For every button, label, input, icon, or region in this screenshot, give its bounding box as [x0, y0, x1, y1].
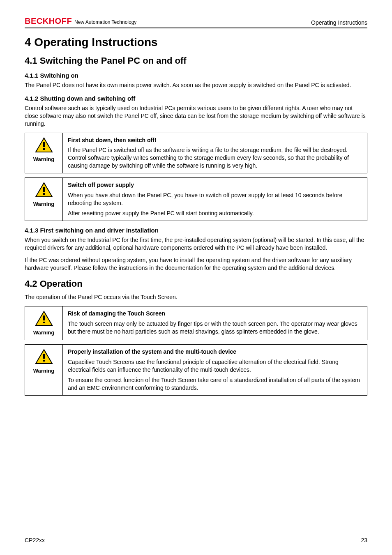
warning-left-cell: Warning [25, 133, 63, 173]
section-412-title: 4.1.2 Shutting down and switching off [25, 95, 367, 102]
warning-box-multitouch: Warning Properly installation of the sys… [25, 344, 367, 395]
footer-left: CP22xx [25, 537, 45, 543]
section-41-title: 4.1 Switching the Panel PC on and off [25, 55, 367, 66]
warning-body-1: When you have shut down the Panel PC, yo… [68, 191, 362, 207]
warning-triangle-icon [35, 349, 53, 364]
page-footer: CP22xx 23 [25, 537, 367, 543]
svg-rect-5 [43, 193, 45, 195]
svg-rect-4 [43, 187, 45, 192]
warning-body: The touch screen may only be actuated by… [68, 320, 362, 336]
chapter-title: 4 Operating Instructions [25, 36, 367, 49]
page-header: BECKHOFF New Automation Technology Opera… [25, 16, 367, 28]
warning-content: Properly installation of the system and … [63, 345, 367, 395]
warning-box-shutdown: Warning First shut down, then switch off… [25, 133, 367, 174]
warning-left-cell: Warning [25, 306, 63, 340]
warning-label: Warning [27, 201, 61, 207]
svg-rect-10 [43, 354, 45, 359]
svg-rect-7 [43, 315, 45, 320]
warning-left-cell: Warning [25, 178, 63, 221]
warning-title: First shut down, then switch off! [68, 136, 362, 144]
section-42-intro: The operation of the Panel PC occurs via… [25, 293, 367, 301]
section-42-title: 4.2 Operation [25, 279, 367, 289]
warning-title: Properly installation of the system and … [68, 348, 362, 356]
warning-left-cell: Warning [25, 345, 63, 395]
svg-rect-11 [43, 360, 45, 362]
warning-content: Switch off power supply When you have sh… [63, 178, 367, 221]
section-413-title: 4.1.3 First switching on and driver inst… [25, 227, 367, 234]
warning-content: Risk of damaging the Touch Screen The to… [63, 306, 367, 340]
warning-triangle-icon [35, 311, 53, 326]
warning-content: First shut down, then switch off! If the… [63, 133, 367, 173]
svg-rect-2 [43, 148, 45, 150]
section-412-body: Control software such as is typically us… [25, 104, 367, 128]
warning-title: Risk of damaging the Touch Screen [68, 310, 362, 318]
logo-brand: BECKHOFF [25, 16, 72, 26]
warning-body-2: To ensure the correct function of the To… [68, 376, 362, 392]
warning-triangle-icon [35, 137, 53, 153]
svg-rect-1 [43, 142, 45, 147]
warning-body-1: Capacitive Touch Screens use the functio… [68, 358, 362, 374]
warning-label: Warning [27, 156, 61, 162]
header-section-title: Operating Instructions [311, 19, 367, 26]
logo-area: BECKHOFF New Automation Technology [25, 16, 136, 26]
svg-rect-8 [43, 322, 45, 323]
warning-label: Warning [27, 329, 61, 336]
section-411-title: 4.1.1 Switching on [25, 72, 367, 79]
warning-label: Warning [27, 368, 61, 374]
section-413-body-1: When you switch on the Industrial PC for… [25, 236, 367, 252]
warning-title: Switch off power supply [68, 181, 362, 189]
section-411-body: The Panel PC does not have its own mains… [25, 81, 367, 89]
section-413-body-2: If the PC was ordered without operating … [25, 256, 367, 272]
footer-page-number: 23 [361, 537, 367, 543]
warning-body: If the Panel PC is switched off as the s… [68, 146, 362, 170]
warning-box-power: Warning Switch off power supply When you… [25, 177, 367, 221]
warning-body-2: After resetting power supply the Panel P… [68, 210, 362, 217]
warning-box-touchscreen: Warning Risk of damaging the Touch Scree… [25, 306, 367, 340]
warning-triangle-icon [35, 182, 53, 198]
logo-tagline: New Automation Technology [74, 19, 136, 25]
